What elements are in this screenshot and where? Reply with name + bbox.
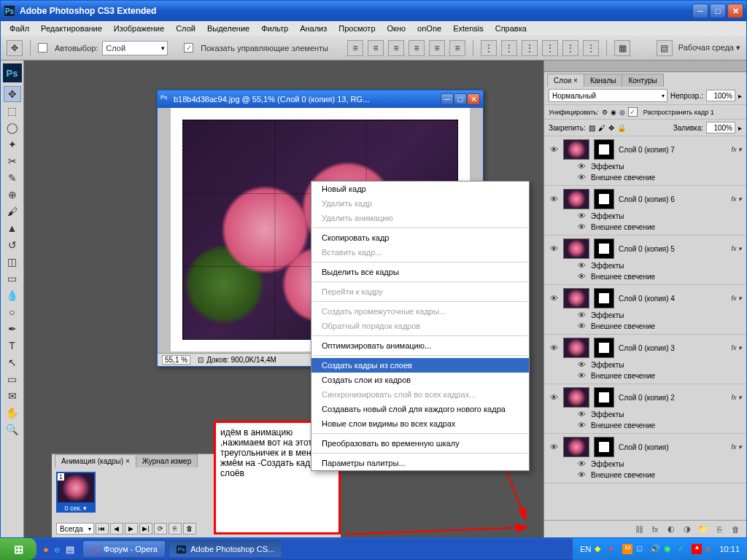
auto-align-icon[interactable]: ▦ xyxy=(614,40,630,56)
menu-extensis[interactable]: Extensis xyxy=(449,23,488,34)
tray-icon[interactable]: ▲ xyxy=(692,544,702,554)
visibility-icon[interactable]: 👁 xyxy=(576,310,587,320)
layers-tab[interactable]: Слои × xyxy=(547,74,584,87)
delete-frame-button[interactable]: 🗑 xyxy=(183,523,196,534)
effects-label[interactable]: Эффекты xyxy=(591,311,624,319)
delete-layer-icon[interactable]: 🗑 xyxy=(729,523,742,536)
context-menu-item[interactable]: Преобразовать во временную шкалу xyxy=(311,436,529,451)
layer-item[interactable]: 👁 Слой 0 (копия) 7 fx ▾ 👁Эффекты 👁Внешне… xyxy=(544,136,746,186)
visibility-icon[interactable]: 👁 xyxy=(576,260,587,271)
align-icon[interactable]: ≡ xyxy=(368,40,384,56)
distribute-icon[interactable]: ⋮ xyxy=(501,40,517,56)
lock-move-icon[interactable]: ✥ xyxy=(608,124,614,132)
loop-select[interactable]: Всегда xyxy=(56,523,94,534)
menu-window[interactable]: Окно xyxy=(383,23,411,34)
adjustment-icon[interactable]: ◑ xyxy=(681,523,694,536)
workspace-icon[interactable]: ▤ xyxy=(657,40,673,56)
context-menu-item[interactable]: Новые слои видимы во всех кадрах xyxy=(311,416,529,431)
visibility-icon[interactable]: 👁 xyxy=(549,144,559,155)
maximize-button[interactable]: □ xyxy=(710,4,726,18)
layer-thumbnail[interactable] xyxy=(563,437,589,457)
context-menu-item[interactable]: Выделить все кадры xyxy=(311,265,529,279)
effects-label[interactable]: Эффекты xyxy=(591,163,624,171)
next-frame-button[interactable]: ▶| xyxy=(139,523,152,534)
history-brush-tool[interactable]: ↺ xyxy=(4,237,21,253)
measurements-tab[interactable]: Журнал измер xyxy=(136,454,198,467)
layer-name[interactable]: Слой 0 (копия) xyxy=(619,443,727,451)
animation-context-menu[interactable]: Новый кадрУдалить кадрУдалить анимациюСк… xyxy=(311,181,530,471)
visibility-icon[interactable]: 👁 xyxy=(549,442,559,452)
taskbar-task-opera[interactable]: ◯Форум - Opera xyxy=(82,540,166,558)
fx-indicator[interactable]: fx ▾ xyxy=(731,344,742,351)
layer-name[interactable]: Слой 0 (копия) 7 xyxy=(619,146,727,154)
align-icon[interactable]: ≡ xyxy=(449,40,465,56)
lock-transparency-icon[interactable]: ▨ xyxy=(589,124,595,132)
tray-icon[interactable]: ● xyxy=(608,544,619,554)
outer-glow-effect[interactable]: Внешнее свечение xyxy=(591,223,655,231)
distribute-icon[interactable]: ⋮ xyxy=(583,40,599,56)
context-menu-item[interactable]: Параметры палитры... xyxy=(311,456,529,470)
new-layer-icon[interactable]: ⎘ xyxy=(713,523,726,536)
fx-icon[interactable]: fx xyxy=(649,523,662,536)
layer-thumbnail[interactable] xyxy=(563,288,589,308)
workspace-dropdown[interactable]: Рабочая среда ▾ xyxy=(678,43,740,52)
show-controls-checkbox[interactable]: ✓ xyxy=(184,43,193,52)
menu-layer[interactable]: Слой xyxy=(171,23,200,34)
tray-icon[interactable]: ◆ xyxy=(595,544,605,554)
pen-tool[interactable]: ✒ xyxy=(4,321,21,337)
layer-thumbnail[interactable] xyxy=(563,338,589,358)
layer-thumbnail[interactable] xyxy=(563,139,589,160)
lasso-tool[interactable]: ◯ xyxy=(4,120,21,136)
blur-tool[interactable]: 💧 xyxy=(4,287,21,303)
zoom-value[interactable]: 55,1 % xyxy=(162,355,190,365)
visibility-icon[interactable]: 👁 xyxy=(576,420,587,430)
dodge-tool[interactable]: ○ xyxy=(4,304,21,320)
shape-tool[interactable]: ▭ xyxy=(4,371,21,387)
crop-tool[interactable]: ✂ xyxy=(4,153,21,169)
layer-name[interactable]: Слой 0 (копия) 2 xyxy=(619,394,727,402)
layer-mask-thumbnail[interactable] xyxy=(594,288,614,308)
clock[interactable]: 10:11 xyxy=(719,545,740,553)
align-icon[interactable]: ≡ xyxy=(347,40,363,56)
outer-glow-effect[interactable]: Внешнее свечение xyxy=(591,372,655,380)
visibility-icon[interactable]: 👁 xyxy=(576,222,587,232)
move-tool[interactable]: ✥ xyxy=(4,86,21,102)
menu-image[interactable]: Изображение xyxy=(109,23,169,34)
language-indicator[interactable]: EN xyxy=(580,545,591,553)
taskbar-task-photoshop[interactable]: PsAdobe Photoshop CS... xyxy=(169,540,282,558)
blend-mode-select[interactable]: Нормальный xyxy=(549,89,667,102)
visibility-icon[interactable]: 👁 xyxy=(576,271,587,281)
visibility-icon[interactable]: 👁 xyxy=(576,370,587,381)
doc-maximize[interactable]: □ xyxy=(454,93,467,105)
visibility-icon[interactable]: 👁 xyxy=(576,211,587,221)
visibility-icon[interactable]: 👁 xyxy=(576,409,587,419)
play-button[interactable]: ▶ xyxy=(125,523,138,534)
distribute-icon[interactable]: ⋮ xyxy=(522,40,538,56)
outer-glow-effect[interactable]: Внешнее свечение xyxy=(591,273,655,281)
context-menu-item[interactable]: Создать кадры из слоев xyxy=(311,358,529,373)
fill-slider-icon[interactable]: ▸ xyxy=(738,124,742,132)
tray-icon[interactable]: ✓ xyxy=(678,544,688,554)
outer-glow-effect[interactable]: Внешнее свечение xyxy=(591,421,655,429)
context-menu-item[interactable]: Создавать новый слой для каждого нового … xyxy=(311,402,529,416)
layer-thumbnail[interactable] xyxy=(563,387,589,408)
paths-tab[interactable]: Контуры xyxy=(622,74,663,87)
layer-item[interactable]: 👁 Слой 0 (копия) 4 fx ▾ 👁Эффекты 👁Внешне… xyxy=(544,285,746,335)
link-layers-icon[interactable]: ⛓ xyxy=(632,523,646,536)
menu-file[interactable]: Файл xyxy=(5,23,34,34)
menu-help[interactable]: Справка xyxy=(491,23,531,34)
frame-duration[interactable]: 0 сек. ▾ xyxy=(56,504,96,513)
effects-label[interactable]: Эффекты xyxy=(591,262,624,270)
visibility-icon[interactable]: 👁 xyxy=(549,293,559,303)
layer-item[interactable]: 👁 Слой 0 (копия) 3 fx ▾ 👁Эффекты 👁Внешне… xyxy=(544,335,746,384)
fx-indicator[interactable]: fx ▾ xyxy=(731,245,742,252)
auto-select-checkbox[interactable] xyxy=(38,43,47,52)
unify-icon[interactable]: ⚙ xyxy=(602,109,608,116)
outer-glow-effect[interactable]: Внешнее свечение xyxy=(591,471,655,479)
eraser-tool[interactable]: ◫ xyxy=(4,254,21,270)
align-icon[interactable]: ≡ xyxy=(429,40,445,56)
layer-thumbnail[interactable] xyxy=(563,238,589,259)
path-tool[interactable]: ↖ xyxy=(4,354,21,370)
visibility-icon[interactable]: 👁 xyxy=(549,392,559,402)
layer-item[interactable]: 👁 Слой 0 (копия) 5 fx ▾ 👁Эффекты 👁Внешне… xyxy=(544,236,746,285)
